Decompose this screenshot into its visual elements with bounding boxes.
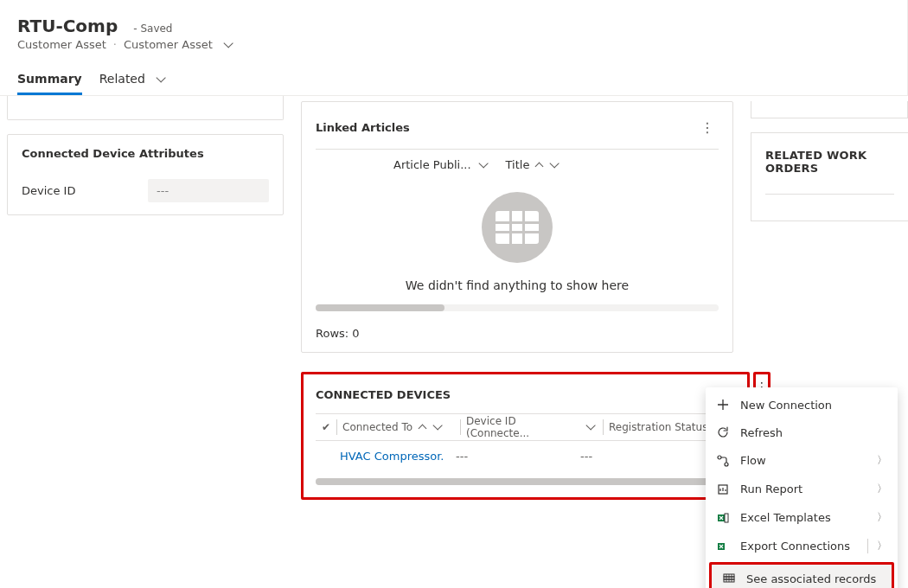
related-work-orders-title: RELATED WORK ORDERS [765,149,894,175]
column-connected-to[interactable]: Connected To [342,421,455,433]
chevron-down-icon [475,158,485,171]
breadcrumb-entity: Customer Asset [17,38,106,51]
svg-rect-4 [725,514,728,522]
plus-icon [716,398,730,412]
form-tabs: Summary Related [17,67,890,95]
flow-icon [716,454,730,468]
panel-title: Connected Device Attributes [22,147,269,160]
row-registration-status-value: --- [580,450,592,463]
menu-excel-templates[interactable]: Excel Templates 〉 [706,503,898,532]
chevron-down-icon [582,421,592,433]
menu-see-associated-records[interactable]: See associated records [712,565,892,588]
context-menu: New Connection Refresh Flow 〉 Run Report… [706,387,898,588]
row-link-hvac[interactable]: HVAC Compressor. [340,450,449,463]
report-icon [716,483,730,496]
select-all-checkbox[interactable]: ✔ [316,421,336,433]
excel-export-icon [716,540,730,553]
partial-card-top [7,96,284,120]
chevron-down-icon[interactable] [220,38,230,51]
connected-devices-card: CONNECTED DEVICES ✔ Connected To Device … [301,372,750,500]
sort-ascending-icon [416,421,425,433]
tab-summary-label: Summary [17,72,82,86]
tab-related[interactable]: Related [99,67,163,95]
refresh-icon [716,425,730,439]
menu-flow[interactable]: Flow 〉 [706,446,898,475]
connected-device-attributes-panel: Connected Device Attributes Device ID --… [7,134,284,215]
connected-devices-title: CONNECTED DEVICES [316,388,735,401]
column-title[interactable]: Title [506,158,557,171]
linked-articles-title: Linked Articles [316,121,410,134]
breadcrumb-separator: · [113,38,117,51]
breadcrumb-form: Customer Asset [124,38,213,51]
partial-card-top-right [751,101,908,118]
chevron-down-icon [152,72,163,86]
chevron-right-icon: 〉 [877,482,887,496]
menu-refresh[interactable]: Refresh [706,419,898,446]
sort-ascending-icon [533,158,542,171]
more-button[interactable]: ⋮ [696,116,719,138]
menu-new-connection[interactable]: New Connection [706,391,898,419]
column-article-public[interactable]: Article Publi... [393,158,485,171]
chevron-down-icon [546,158,556,171]
chevron-down-icon [429,421,439,433]
svg-point-1 [725,463,728,466]
empty-grid-icon [482,192,553,263]
column-device-id[interactable]: Device ID (Connecte... [466,415,598,439]
chevron-right-icon: 〉 [867,539,887,553]
linked-articles-card: Linked Articles ⋮ Article Publi... Title [301,101,733,353]
page-header: RTU-Comp - Saved Customer Asset · Custom… [0,0,908,96]
menu-run-report[interactable]: Run Report 〉 [706,475,898,503]
row-device-id-value: --- [449,450,580,463]
svg-point-0 [718,456,721,459]
tab-summary[interactable]: Summary [17,67,82,95]
chevron-right-icon: 〉 [877,453,887,468]
device-id-field[interactable]: --- [148,179,269,202]
page-title: RTU-Comp [17,16,118,36]
chevron-right-icon: 〉 [877,510,887,525]
related-work-orders-card: RELATED WORK ORDERS [751,132,908,221]
associated-records-icon [722,572,736,585]
excel-icon [716,511,730,525]
device-id-label: Device ID [22,184,132,197]
menu-export-connections[interactable]: Export Connections 〉 [706,532,898,560]
divider [765,194,894,195]
horizontal-scrollbar[interactable] [316,478,735,485]
tab-related-label: Related [99,72,145,86]
empty-state-text: We didn't find anything to show here [316,278,719,292]
rows-count: Rows: 0 [316,327,719,340]
horizontal-scrollbar[interactable] [316,304,719,311]
table-row[interactable]: HVAC Compressor. --- --- [316,441,735,471]
saved-indicator: - Saved [133,22,172,35]
